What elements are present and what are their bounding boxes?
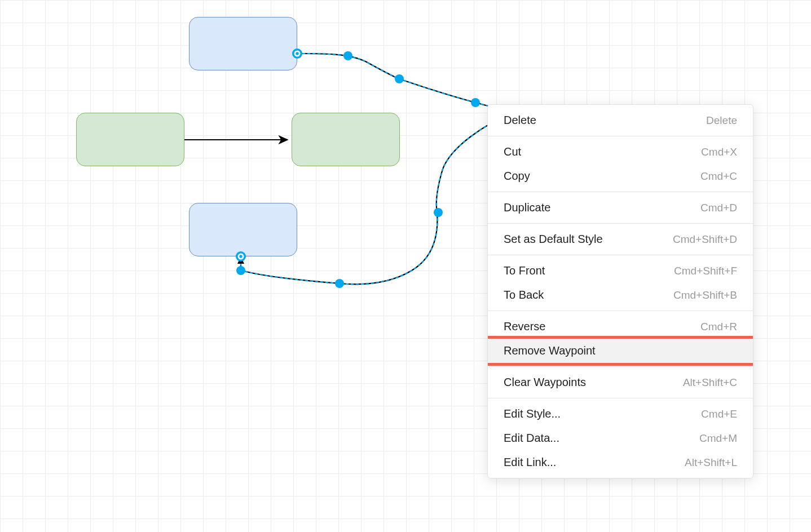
waypoint-handle[interactable] bbox=[395, 74, 404, 83]
svg-point-4 bbox=[296, 52, 298, 55]
menu-item-reverse[interactable]: Reverse Cmd+R bbox=[488, 314, 753, 339]
menu-shortcut: Cmd+Shift+B bbox=[673, 289, 737, 302]
menu-item-cut[interactable]: Cut Cmd+X bbox=[488, 140, 753, 164]
edge-selected-curve[interactable] bbox=[236, 48, 513, 288]
menu-item-set-default-style[interactable]: Set as Default Style Cmd+Shift+D bbox=[488, 227, 753, 251]
menu-label: Copy bbox=[504, 170, 530, 183]
menu-shortcut: Cmd+D bbox=[700, 202, 737, 214]
menu-shortcut: Cmd+C bbox=[700, 170, 737, 183]
menu-shortcut: Alt+Shift+L bbox=[685, 456, 737, 469]
menu-label: Reverse bbox=[504, 320, 545, 333]
menu-item-delete[interactable]: Delete Delete bbox=[488, 108, 753, 132]
menu-shortcut: Delete bbox=[706, 114, 737, 127]
menu-item-edit-data[interactable]: Edit Data... Cmd+M bbox=[488, 426, 753, 450]
menu-label: Edit Data... bbox=[504, 432, 559, 445]
menu-shortcut: Cmd+X bbox=[701, 146, 737, 158]
menu-label: Cut bbox=[504, 145, 521, 158]
menu-shortcut: Cmd+Shift+F bbox=[674, 265, 737, 277]
menu-shortcut: Cmd+M bbox=[699, 432, 737, 445]
waypoint-handle[interactable] bbox=[471, 98, 480, 107]
menu-shortcut: Cmd+R bbox=[700, 321, 737, 333]
menu-label: Delete bbox=[504, 114, 536, 127]
waypoint-handle[interactable] bbox=[335, 279, 344, 288]
menu-label: Edit Style... bbox=[504, 407, 561, 420]
menu-label: Edit Link... bbox=[504, 456, 556, 469]
menu-shortcut: Cmd+E bbox=[701, 408, 737, 420]
menu-label: To Back bbox=[504, 289, 544, 302]
menu-item-edit-link[interactable]: Edit Link... Alt+Shift+L bbox=[488, 450, 753, 475]
menu-shortcut: Cmd+Shift+D bbox=[673, 233, 737, 246]
menu-item-remove-waypoint[interactable]: Remove Waypoint bbox=[488, 339, 753, 363]
menu-item-copy[interactable]: Copy Cmd+C bbox=[488, 164, 753, 188]
waypoint-handle[interactable] bbox=[343, 51, 352, 60]
menu-item-edit-style[interactable]: Edit Style... Cmd+E bbox=[488, 402, 753, 426]
menu-label: To Front bbox=[504, 264, 545, 277]
menu-label: Clear Waypoints bbox=[504, 376, 586, 389]
waypoint-handle[interactable] bbox=[236, 266, 245, 275]
menu-label: Remove Waypoint bbox=[504, 344, 596, 357]
context-menu: Delete Delete Cut Cmd+X Copy Cmd+C Dupli… bbox=[487, 104, 753, 478]
menu-item-to-back[interactable]: To Back Cmd+Shift+B bbox=[488, 283, 753, 307]
menu-shortcut: Alt+Shift+C bbox=[683, 376, 737, 389]
menu-item-to-front[interactable]: To Front Cmd+Shift+F bbox=[488, 259, 753, 283]
menu-item-clear-waypoints[interactable]: Clear Waypoints Alt+Shift+C bbox=[488, 370, 753, 394]
menu-label: Set as Default Style bbox=[504, 233, 603, 246]
waypoint-handle[interactable] bbox=[434, 208, 443, 217]
menu-item-duplicate[interactable]: Duplicate Cmd+D bbox=[488, 196, 753, 220]
svg-point-7 bbox=[239, 255, 242, 258]
menu-label: Duplicate bbox=[504, 201, 550, 214]
